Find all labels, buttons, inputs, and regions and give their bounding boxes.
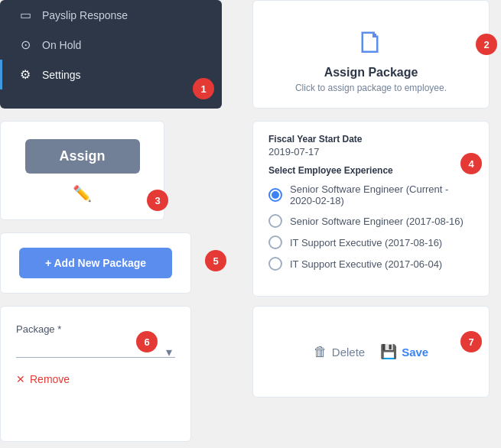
sidebar-item-settings[interactable]: ⚙ Settings <box>0 60 222 89</box>
remove-x-icon: ✕ <box>16 373 25 385</box>
pencil-icon: ✏️ <box>73 185 92 202</box>
assign-package-panel[interactable]: 🗋 Assign Package Click to assign package… <box>252 0 490 109</box>
assign-edit-panel: Assign ✏️ <box>0 121 164 220</box>
radio-label-1: Senior Software Engineer (2017-08-16) <box>290 216 464 227</box>
sidebar-item-payslip[interactable]: ▭ Payslip Response <box>0 0 222 30</box>
trash-icon: 🗑 <box>314 344 327 360</box>
delete-save-panel: 🗑 Delete 💾 Save <box>252 306 490 398</box>
fiscal-label: Fiscal Year Start Date <box>268 134 473 144</box>
radio-circle-1 <box>268 214 282 228</box>
experience-label: Select Employee Experience <box>268 165 473 176</box>
assign-package-subtitle: Click to assign package to employee. <box>295 83 447 93</box>
sidebar-item-label: Payslip Response <box>42 9 128 21</box>
remove-label: Remove <box>30 373 70 385</box>
badge-7: 7 <box>460 331 482 352</box>
badge-6: 6 <box>136 331 158 352</box>
remove-link[interactable]: ✕ Remove <box>16 373 175 385</box>
payslip-icon: ▭ <box>18 8 33 22</box>
experience-panel: Fiscal Year Start Date 2019-07-17 Select… <box>252 121 490 297</box>
badge-2: 2 <box>476 34 497 55</box>
badge-3: 3 <box>147 190 168 211</box>
onhold-icon: ⊙ <box>18 37 33 52</box>
sidebar-item-onhold[interactable]: ⊙ On Hold <box>0 30 222 60</box>
badge-1: 1 <box>193 78 214 99</box>
badge-4: 4 <box>460 153 482 174</box>
radio-label-0: Senior Software Engineer (Current - 2020… <box>290 183 473 206</box>
sidebar-item-label: On Hold <box>42 39 81 51</box>
delete-button[interactable]: 🗑 Delete <box>314 344 365 360</box>
radio-circle-3 <box>268 257 282 271</box>
edit-button[interactable]: ✏️ <box>73 184 92 203</box>
delete-label: Delete <box>332 346 365 359</box>
radio-circle-2 <box>268 235 282 249</box>
radio-circle-0 <box>268 188 282 202</box>
radio-option-1[interactable]: Senior Software Engineer (2017-08-16) <box>268 214 473 228</box>
fiscal-value: 2019-07-17 <box>268 146 473 157</box>
save-icon: 💾 <box>380 343 397 360</box>
save-label: Save <box>402 346 428 359</box>
radio-label-2: IT Support Executive (2017-08-16) <box>290 237 442 248</box>
document-icon: 🗋 <box>356 25 386 60</box>
add-package-panel: + Add New Package <box>0 232 191 294</box>
badge-5: 5 <box>205 250 226 271</box>
radio-label-3: IT Support Executive (2017-06-04) <box>290 258 442 270</box>
save-button[interactable]: 💾 Save <box>380 343 428 360</box>
package-label: Package * <box>16 323 61 335</box>
radio-option-3[interactable]: IT Support Executive (2017-06-04) <box>268 257 473 271</box>
radio-option-0[interactable]: Senior Software Engineer (Current - 2020… <box>268 183 473 206</box>
add-package-button[interactable]: + Add New Package <box>19 248 172 278</box>
settings-icon: ⚙ <box>18 67 33 82</box>
assign-package-title: Assign Package <box>324 66 418 80</box>
assign-button[interactable]: Assign <box>25 139 140 174</box>
sidebar-item-label: Settings <box>42 69 81 81</box>
package-dropdown-panel: Package * ▾ ✕ Remove <box>0 306 191 442</box>
radio-option-2[interactable]: IT Support Executive (2017-08-16) <box>268 235 473 249</box>
sidebar-panel: ▭ Payslip Response ⊙ On Hold ⚙ Settings <box>0 0 222 109</box>
